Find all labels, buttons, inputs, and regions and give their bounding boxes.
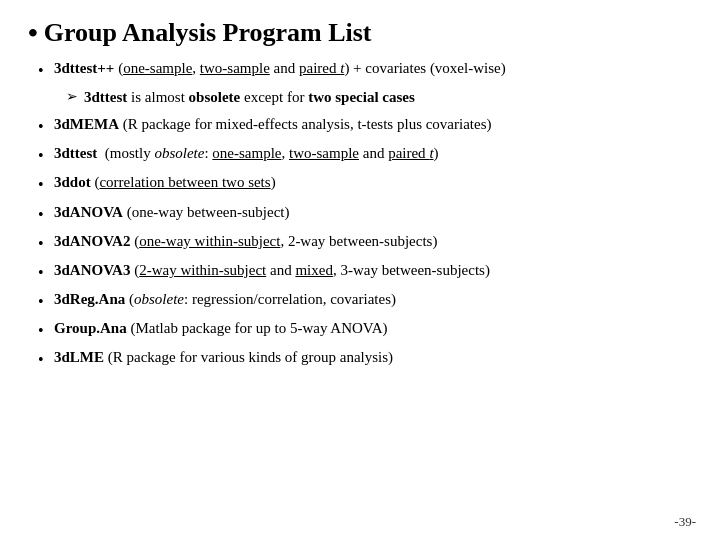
item-bullet: • (38, 59, 48, 82)
item-bullet: • (38, 144, 48, 167)
link-text: paired t (388, 145, 433, 161)
program-name: 3dLME (54, 349, 104, 365)
item-text: Group.Ana (Matlab package for up to 5-wa… (54, 318, 692, 340)
list-item: • 3dttest++ (one-sample, two-sample and … (38, 58, 692, 82)
link-text: one-way within-subject (139, 233, 280, 249)
item-bullet: • (38, 203, 48, 226)
sub-bullet: ➢ (66, 87, 78, 107)
list-item: • 3dReg.Ana (obsolete: regression/correl… (38, 289, 692, 313)
sub-item-text: 3dttest is almost obsolete except for tw… (84, 87, 415, 109)
item-bullet: • (38, 232, 48, 255)
program-name: 3dttest (54, 145, 97, 161)
program-name: Group.Ana (54, 320, 127, 336)
item-bullet: • (38, 319, 48, 342)
item-text: 3dANOVA2 (one-way within-subject, 2-way … (54, 231, 692, 253)
item-bullet: • (38, 290, 48, 313)
list-item: • Group.Ana (Matlab package for up to 5-… (38, 318, 692, 342)
item-text: 3dttest (mostly obsolete: one-sample, tw… (54, 143, 692, 165)
link-text: correlation between two sets (99, 174, 270, 190)
link-text: two-sample (200, 60, 270, 76)
link-text: 2-way within-subject (139, 262, 266, 278)
title-text: Group Analysis Program List (44, 18, 372, 48)
item-bullet: • (38, 261, 48, 284)
link-text: two-sample (289, 145, 359, 161)
emphasis: obsolete (189, 89, 241, 105)
link-text: one-sample (212, 145, 281, 161)
obsolete-label: obsolete (134, 291, 184, 307)
item-bullet: • (38, 348, 48, 371)
link-text: one-sample (123, 60, 192, 76)
list-item: • 3dANOVA3 (2-way within-subject and mix… (38, 260, 692, 284)
program-name: 3dReg.Ana (54, 291, 125, 307)
item-text: 3dReg.Ana (obsolete: regression/correlat… (54, 289, 692, 311)
program-name: 3dANOVA (54, 204, 123, 220)
list-item: • 3dMEMA (R package for mixed-effects an… (38, 114, 692, 138)
list-item: • 3ddot (correlation between two sets) (38, 172, 692, 196)
list-item: • 3dANOVA2 (one-way within-subject, 2-wa… (38, 231, 692, 255)
item-text: 3ddot (correlation between two sets) (54, 172, 692, 194)
list-item: • 3dttest (mostly obsolete: one-sample, … (38, 143, 692, 167)
list-item: • 3dANOVA (one-way between-subject) (38, 202, 692, 226)
program-name: 3dMEMA (54, 116, 119, 132)
link-text: mixed (295, 262, 333, 278)
obsolete-label: obsolete (154, 145, 204, 161)
content-area: • 3dttest++ (one-sample, two-sample and … (28, 58, 692, 372)
item-text: 3dMEMA (R package for mixed-effects anal… (54, 114, 692, 136)
item-text: 3dANOVA3 (2-way within-subject and mixed… (54, 260, 692, 282)
item-text: 3dttest++ (one-sample, two-sample and pa… (54, 58, 692, 80)
program-name: 3dANOVA3 (54, 262, 130, 278)
program-name: 3dANOVA2 (54, 233, 130, 249)
item-text: 3dLME (R package for various kinds of gr… (54, 347, 692, 369)
page-title: • Group Analysis Program List (28, 18, 692, 48)
item-text: 3dANOVA (one-way between-subject) (54, 202, 692, 224)
page-number: -39- (674, 514, 696, 530)
program-name: 3ddot (54, 174, 91, 190)
list-item: • 3dLME (R package for various kinds of … (38, 347, 692, 371)
emphasis: two special cases (308, 89, 415, 105)
title-bullet: • (28, 19, 38, 47)
program-name: 3dttest++ (54, 60, 114, 76)
link-text: paired t (299, 60, 344, 76)
item-bullet: • (38, 115, 48, 138)
sub-list-item: ➢ 3dttest is almost obsolete except for … (66, 87, 692, 109)
item-bullet: • (38, 173, 48, 196)
program-name: 3dttest (84, 89, 127, 105)
